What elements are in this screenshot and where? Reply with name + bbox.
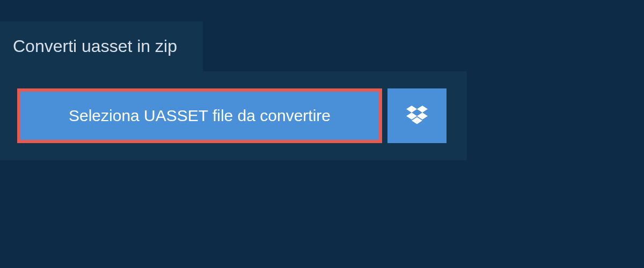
dropbox-button[interactable]	[387, 88, 447, 143]
button-row: Seleziona UASSET file da convertire	[17, 88, 450, 143]
upload-panel: Seleziona UASSET file da convertire	[0, 71, 467, 160]
select-file-label: Seleziona UASSET file da convertire	[69, 107, 331, 125]
dropbox-icon	[406, 106, 428, 126]
tab-title: Converti uasset in zip	[13, 36, 177, 56]
select-file-button[interactable]: Seleziona UASSET file da convertire	[17, 88, 382, 143]
tab-header: Converti uasset in zip	[0, 21, 203, 71]
